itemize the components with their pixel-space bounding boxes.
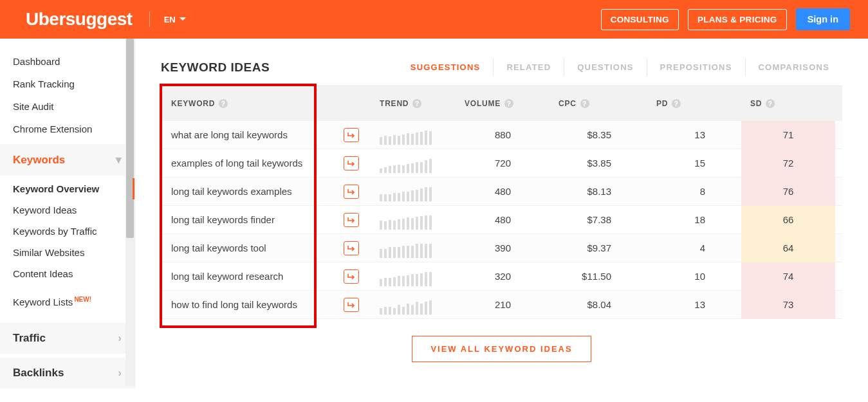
cell-volume: 720 [456,158,549,169]
cell-keyword: long tail keywords tool [161,242,332,253]
sidebar-section-traffic-label: Traffic [13,332,46,345]
table-row[interactable]: long tail keywords examples480$8.13876 [161,178,842,206]
col-header-trend[interactable]: TREND? [371,86,456,121]
enter-arrow-icon [347,301,356,309]
sidebar-item-dashboard[interactable]: Dashboard [0,50,134,73]
open-keyword-button[interactable] [344,241,359,255]
sidebar-item-keyword-lists[interactable]: Keyword ListsNEW! [0,291,134,313]
info-icon[interactable]: ? [672,99,681,108]
sidebar-item-content-ideas[interactable]: Content Ideas [0,263,134,284]
cell-action [332,241,371,255]
cell-pd: 4 [647,242,741,253]
cell-trend [371,295,456,315]
cell-volume: 480 [456,186,549,197]
cell-volume: 320 [456,271,549,282]
cell-sd: 73 [741,291,835,319]
cell-volume: 480 [456,214,549,225]
cell-cpc: $11.50 [549,271,647,282]
sidebar-item-keywords-by-traffic[interactable]: Keywords by Traffic [0,221,134,242]
cell-cpc: $8.35 [549,129,647,140]
open-keyword-button[interactable] [344,270,359,284]
cell-pd: 10 [647,271,741,282]
new-badge: NEW! [74,296,91,303]
cell-sd: 74 [741,262,835,291]
cell-cpc: $8.13 [549,186,647,197]
cell-action [332,298,371,312]
col-header-sd[interactable]: SD? [741,86,835,121]
tab-questions[interactable]: QUESTIONS [564,59,647,76]
cell-keyword: long tail keywords finder [161,214,332,225]
info-icon[interactable]: ? [766,99,775,108]
table-row[interactable]: long tail keywords finder480$7.381866 [161,206,842,234]
open-keyword-button[interactable] [344,128,359,142]
col-header-cpc[interactable]: CPC? [549,86,647,121]
cell-trend [371,267,456,286]
cell-cpc: $3.85 [549,158,647,169]
sidebar-item-keyword-overview[interactable]: Keyword Overview [0,178,134,199]
cell-trend [371,182,456,201]
cell-action [332,185,371,199]
table-row[interactable]: examples of long tail keywords720$3.8515… [161,149,842,178]
cell-keyword: how to find long tail keywords [161,299,332,310]
sidebar-section-traffic[interactable]: Traffic › [0,323,134,354]
sidebar-section-keywords-label: Keywords [13,154,65,167]
table-body: what are long tail keywords880$8.351371e… [161,121,842,319]
info-icon[interactable]: ? [219,99,228,108]
cell-sd: 72 [741,149,835,178]
table-row[interactable]: what are long tail keywords880$8.351371 [161,121,842,149]
sidebar-section-backlinks[interactable]: Backlinks › [0,358,134,388]
col-header-keyword[interactable]: KEYWORD? [161,86,332,121]
table-row[interactable]: long tail keywords tool390$9.37464 [161,234,842,262]
sidebar-item-chrome-extension[interactable]: Chrome Extension [0,118,134,140]
plans-pricing-button[interactable]: PLANS & PRICING [688,9,787,30]
keyword-table: KEYWORD? TREND? VOLUME? CPC? PD? SD? wha… [161,86,842,319]
cell-volume: 880 [456,129,549,140]
table-row[interactable]: long tail keyword research320$11.501074 [161,262,842,291]
sidebar-section-backlinks-label: Backlinks [13,367,64,379]
table-row[interactable]: how to find long tail keywords210$8.0413… [161,291,842,319]
sidebar-item-similar-websites[interactable]: Similar Websites [0,242,134,263]
cell-action [332,270,371,284]
sidebar-item-keyword-ideas[interactable]: Keyword Ideas [0,199,134,221]
col-header-volume-label: VOLUME [465,99,501,108]
sidebar-section-keywords[interactable]: Keywords ▾ [0,144,134,176]
main-content: KEYWORD IDEAS SUGGESTIONS RELATED QUESTI… [135,39,868,388]
cell-trend [371,125,456,145]
cell-sd: 71 [741,121,835,149]
open-keyword-button[interactable] [344,298,359,312]
page-title: KEYWORD IDEAS [161,60,270,75]
cell-action [332,213,371,227]
view-all-keyword-ideas-button[interactable]: VIEW ALL KEYWORD IDEAS [412,336,591,362]
cell-cpc: $8.04 [549,299,647,310]
col-header-pd-label: PD [656,99,668,108]
tab-suggestions[interactable]: SUGGESTIONS [398,59,494,76]
info-icon[interactable]: ? [580,99,589,108]
open-keyword-button[interactable] [344,156,359,170]
cell-pd: 13 [647,129,741,140]
cell-pd: 15 [647,158,741,169]
tab-prepositions[interactable]: PREPOSITIONS [647,59,746,76]
language-selector[interactable]: EN [164,15,186,24]
chevron-down-icon: ▾ [116,153,122,167]
info-icon[interactable]: ? [504,99,513,108]
sidebar-item-site-audit[interactable]: Site Audit [0,95,134,118]
cell-action [332,156,371,170]
col-header-pd[interactable]: PD? [647,86,741,121]
cell-sd: 64 [741,234,835,262]
col-header-keyword-label: KEYWORD [171,99,215,108]
tab-related[interactable]: RELATED [494,59,564,76]
col-header-sd-label: SD [750,99,762,108]
signin-button[interactable]: Sign in [796,8,850,30]
col-header-volume[interactable]: VOLUME? [456,86,549,121]
info-icon[interactable]: ? [412,99,421,108]
sidebar-item-rank-tracking[interactable]: Rank Tracking [0,73,134,95]
cell-cpc: $9.37 [549,242,647,253]
tab-comparisons[interactable]: COMPARISONS [746,59,842,76]
open-keyword-button[interactable] [344,185,359,199]
enter-arrow-icon [347,216,356,224]
cell-cpc: $7.38 [549,214,647,225]
logo[interactable]: Ubersuggest [26,9,133,30]
open-keyword-button[interactable] [344,213,359,227]
keyword-ideas-tabs: SUGGESTIONS RELATED QUESTIONS PREPOSITIO… [398,59,842,76]
consulting-button[interactable]: CONSULTING [601,9,679,30]
